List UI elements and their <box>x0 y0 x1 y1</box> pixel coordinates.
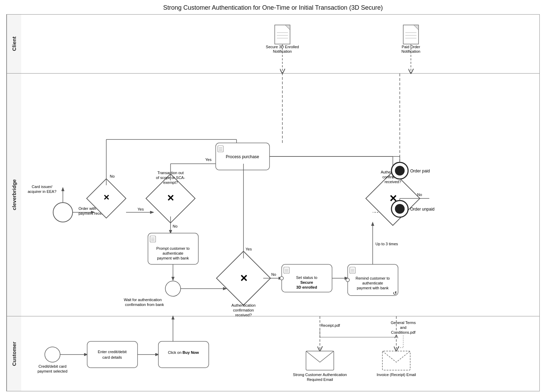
general-terms-label1: General Terms <box>391 321 416 325</box>
up-to-3: Up to 3 times <box>375 242 398 246</box>
customer-svg: Credit/debit card payment selected Enter… <box>21 316 539 391</box>
set-status-label2: Secure <box>300 280 313 284</box>
customer-lane: Customer Credit/debit card payment se <box>7 316 539 391</box>
process-purchase-box: Process purchase <box>216 143 270 170</box>
d3-label3: received? <box>384 180 401 184</box>
svg-marker-0 <box>275 25 290 44</box>
process-purchase-label: Process purchase <box>226 154 259 159</box>
general-terms-label3: Conditions.pdf <box>391 330 416 334</box>
invoice-email-label1: Invoice (Receipt) Email <box>377 373 416 377</box>
svg-rect-39 <box>158 341 209 368</box>
click-buy-box: Click on Buy Now <box>158 341 209 368</box>
wait-label1: Wait for authentication <box>124 298 162 302</box>
customer-label: Customer <box>7 316 21 391</box>
yes-d2: Yes <box>205 157 212 162</box>
remind-label3: payment with bank <box>357 286 389 290</box>
order-unpaid-label: Order unpaid <box>410 207 435 212</box>
svg-rect-40 <box>306 351 334 370</box>
receipt-label: Receipt.pdf <box>321 323 340 327</box>
cleverbridge-svg: Order with card payment received ✕ Card … <box>21 74 539 316</box>
order-unpaid-inner <box>395 204 405 214</box>
remind-start-dot <box>346 278 349 282</box>
svg-text:✕: ✕ <box>240 273 248 284</box>
order-paid-inner <box>395 166 405 176</box>
diagram-container: Strong Customer Authentication for One-T… <box>0 0 546 392</box>
order-paid-label: Order paid <box>410 169 430 173</box>
invoice-email <box>382 351 410 370</box>
client-svg: Secure 3D Enrolled Notification Paid Ord… <box>21 15 539 74</box>
set-status-start-dot <box>280 276 283 280</box>
no-d1: No <box>110 174 115 178</box>
set-status-label1: Set status to <box>296 275 317 280</box>
cleverbridge-label: cleverbridge <box>7 74 21 316</box>
set-status-label3: 3D enrolled <box>296 285 317 289</box>
card-issuer-label: Card issuer/ <box>32 185 52 189</box>
remind-label2: authenticate <box>362 281 383 285</box>
sca-email-label2: Required Email <box>307 377 333 382</box>
no-d2: No <box>173 224 177 228</box>
order-circle <box>53 203 73 222</box>
no-d4: No <box>271 272 276 276</box>
prompt-label3: payment with bank <box>157 256 189 260</box>
refresh-icon: ↺ <box>393 290 397 296</box>
yes-d1: Yes <box>138 207 144 211</box>
svg-text:✕: ✕ <box>103 193 109 202</box>
prompt-customer-box: Prompt customer to authenticate payment … <box>148 233 198 264</box>
enter-label1: Enter credit/debit <box>98 350 126 354</box>
wait-circle <box>165 281 181 296</box>
d4-label2: confirmation <box>233 308 254 312</box>
yes-d4: Yes <box>246 247 252 251</box>
enter-label2: card details <box>102 355 122 359</box>
remind-customer-box: ↺ Remind customer to authenticate paymen… <box>348 264 398 296</box>
set-status-box: Set status to Secure 3D enrolled <box>282 264 332 292</box>
general-terms-label2: and <box>400 325 406 330</box>
cleverbridge-lane: cleverbridge Order with card payment <box>7 74 539 316</box>
enter-card-box: Enter credit/debit card details <box>87 341 138 368</box>
sca-email <box>306 351 334 370</box>
d4-label1: Authentication <box>231 303 256 307</box>
wait-label2: confirmation from bank <box>125 302 164 307</box>
cust-start-label1: Credit/debit card <box>39 364 67 368</box>
svg-rect-41 <box>382 351 410 370</box>
card-issuer-label2: acquirer in EEA? <box>28 189 57 194</box>
client-lane: Client <box>7 15 539 74</box>
sca-email-label1: Strong Customer Authentication <box>293 373 347 377</box>
secure-3d-doc <box>275 25 290 44</box>
prompt-label2: authenticate <box>163 251 183 255</box>
d2-label3: exempt? <box>163 180 178 185</box>
no-d3: No <box>417 193 422 197</box>
prompt-label1: Prompt customer to <box>156 246 190 250</box>
diagram-title: Strong Customer Authentication for One-T… <box>0 0 546 14</box>
click-label1: Click on Buy Now <box>168 350 199 355</box>
remind-label1: Remind customer to <box>356 276 390 280</box>
svg-text:✕: ✕ <box>167 193 174 203</box>
cust-start-label2: payment selected <box>38 369 67 373</box>
diamond4: ✕ <box>216 251 271 305</box>
svg-marker-5 <box>403 25 419 44</box>
customer-start-circle <box>45 347 60 362</box>
paid-order-doc <box>403 25 419 44</box>
client-label: Client <box>7 15 21 73</box>
svg-rect-38 <box>87 341 138 368</box>
